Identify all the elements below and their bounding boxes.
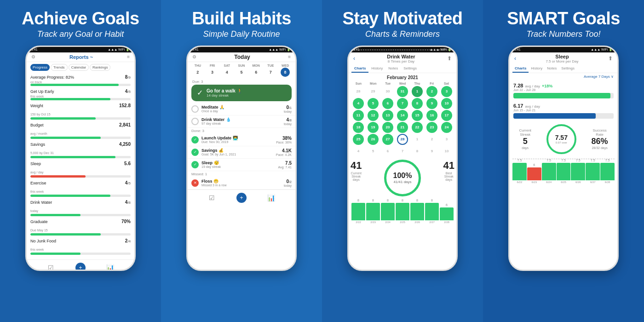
cal-grid: SunMonTueWedThuFriSat 282930 31123 45678… [349, 82, 456, 157]
habit-launch-update: ✓ Launch Update 👨‍💻 Due: Nov 30, 2019 38… [188, 134, 295, 146]
cal-month: February 2021 [349, 73, 456, 82]
panel-smart-goals: SMART Goals Track Numbers Too! 9:41 ▲▲▲ … [483, 0, 644, 322]
checkbox-icon[interactable]: ☑ [46, 263, 56, 271]
habit-sleep: ✓ Sleep 😴 19 day streak 7.5 Avg: 7.41 [188, 159, 295, 171]
goal-get-up-early: Get Up Early 4/5 this week [30, 89, 131, 100]
goal-met-circle: 100% 41/41 days [384, 160, 421, 196]
tab-charts[interactable]: Charts [351, 65, 368, 73]
panel-stay-motivated: Stay Motivated Charts & Reminders 9:41 ▲… [322, 0, 483, 322]
sleep-avg-circle: 7.57 0.07 over [546, 124, 576, 154]
phone4-goal-sub: 7.5 or More per Day [546, 59, 578, 63]
checkbox-icon2[interactable]: ☑ [207, 193, 217, 203]
sleep-tab-notes[interactable]: Notes [545, 65, 559, 73]
panel1-title: Achieve Goals [22, 9, 139, 29]
sleep-tab-charts[interactable]: Charts [512, 65, 529, 73]
due-label: Due: 3 [188, 79, 295, 85]
phone1-toolbar-bottom: ☑ + 📊 [27, 259, 134, 271]
habit-floss: ✕ Floss 😬 Missed 3 in a row 0/2 today [188, 177, 295, 190]
goal-graduate: Graduate 70% Due May 15 [30, 219, 131, 236]
phone2-toolbar-bottom: ☑ + 📊 [188, 190, 295, 206]
chart-icon[interactable]: 📊 [105, 263, 115, 271]
phone1: 9:41 ▲▲▲ WiFi 🔋 ⚙ Reports ~ ≡ Progress T… [25, 46, 136, 271]
add-button[interactable]: + [75, 263, 86, 271]
sleep-tab-history[interactable]: History [529, 65, 545, 73]
panel-achieve-goals: Achieve Goals Track any Goal or Habit 9:… [0, 0, 161, 322]
avg-label: Average 7 Days ∨ [510, 73, 617, 80]
done-label: Done: 3 [188, 128, 295, 134]
phone4-goal-name: Sleep [546, 54, 578, 59]
tab-rankings[interactable]: Rankings [90, 64, 110, 71]
panel4-header: SMART Goals Track Numbers Too! [507, 9, 620, 39]
goal-list: Average Progress: 82% 8/9 on track Get U… [27, 73, 134, 259]
panel2-subtitle: Simple Daily Routine [192, 29, 291, 39]
phone3-stats: 41 CurrentStreakdays 100% 41/41 days 41 … [349, 157, 456, 199]
phone3-tabs: Charts History Notes Settings [349, 65, 456, 73]
goal-savings: Savings 4,250 5,000 by Dec 31 [30, 142, 131, 158]
goal-exercise: Exercise 4/5 this week [30, 180, 131, 197]
phone3-goal-sub: 8 Times per Day [387, 59, 415, 63]
missed-label: Missed: 1 [188, 171, 295, 177]
tab-notes[interactable]: Notes [385, 65, 401, 73]
phone1-title: Reports ~ [69, 54, 93, 60]
phone3-goal-name: Drink Water [387, 54, 415, 59]
panel3-title: Stay Motivated [342, 9, 462, 29]
sleep-tab-settings[interactable]: Settings [559, 65, 577, 73]
panel2-title: Build Habits [192, 9, 291, 29]
panel3-subtitle: Charts & Reminders [342, 29, 462, 39]
goal-no-junk-food: No Junk Food 2/4 this week [30, 238, 131, 255]
goal-budget: Budget 2,841 avg / month [30, 122, 131, 139]
phone1-tabs: Progress Trends Calendar Rankings [27, 62, 134, 73]
phone4-bar-chart: 7.56/22 66/23 7.56/24 7.56/25 7.56/26 7.… [510, 157, 617, 184]
tab-settings[interactable]: Settings [401, 65, 420, 73]
panel3-header: Stay Motivated Charts & Reminders [342, 9, 462, 39]
phone2-today: Today [234, 54, 250, 60]
current-streak: 41 [351, 160, 362, 172]
goal-weight: Weight 152.8 150 by Oct 15 [30, 103, 131, 120]
best-streak: 41 [443, 160, 454, 172]
phone4: 9:41 ▲▲▲ WiFi 🔋 ‹ Sleep 7.5 or More per … [508, 46, 619, 271]
tab-calendar[interactable]: Calendar [69, 64, 89, 71]
phone2: 9:41 ▲▲▲ WiFi 🔋 ⚙ Today ≡ THU2 FRI3 SAT4… [186, 46, 297, 271]
add-button2[interactable]: + [236, 193, 247, 203]
phone4-tabs: Charts History Notes Settings [510, 65, 617, 73]
phone3: 9:41 ▲▲▲ WiFi 🔋 ‹ Drink Water 8 Times pe… [347, 46, 458, 271]
panel4-title: SMART Goals [507, 9, 620, 29]
panel2-header: Build Habits Simple Daily Routine [192, 9, 291, 39]
panel4-subtitle: Track Numbers Too! [507, 29, 620, 39]
tab-trends[interactable]: Trends [51, 64, 68, 71]
sleep-stat-week1: 7.28 avg / day +18% Jun 22 - Jun 28 [513, 81, 614, 100]
tab-progress[interactable]: Progress [30, 64, 50, 71]
panel1-subtitle: Track any Goal or Habit [22, 29, 139, 39]
walk-item: ✓ Go for a walk 🚶 14 day streak [191, 85, 292, 101]
goal-drink-water: Drink Water 4/8 today [30, 200, 131, 216]
phone3-bar-chart: 82/22 82/23 82/24 82/25 82/26 82/27 62/2… [349, 199, 456, 224]
sleep-success-rate: 86% [592, 137, 608, 146]
panel1-header: Achieve Goals Track any Goal or Habit [22, 9, 139, 39]
chart-icon2[interactable]: 📊 [266, 193, 276, 203]
habit-drink-water: Drink Water 💧 97 day streak 4/8 today [188, 115, 295, 128]
tab-history[interactable]: History [368, 65, 385, 73]
panel-build-habits: Build Habits Simple Daily Routine 9:41 ▲… [161, 0, 322, 322]
goal-sleep: Sleep 5.6 avg / day [30, 161, 131, 178]
habit-meditate: Meditate 🙏 Once a day 0/1 today [188, 103, 295, 115]
habit-savings: ✓ Savings 💰 Goal: 5K by Jun 1, 2021 4.1K… [188, 146, 295, 159]
sleep-current-streak: 5 [519, 137, 531, 146]
goal-avg-progress: Average Progress: 82% 8/9 on track [30, 75, 131, 86]
day-strip: THU2 FRI3 SAT4 SUN5 MON6 TUE7 WED8 [188, 62, 295, 79]
sleep-stat-week2: 6.17 avg / day Jun 15 - Jun 21 [513, 101, 614, 121]
phone4-bottom-stats: CurrentStreak 5 days 7.57 0.07 over Succ… [510, 121, 617, 157]
